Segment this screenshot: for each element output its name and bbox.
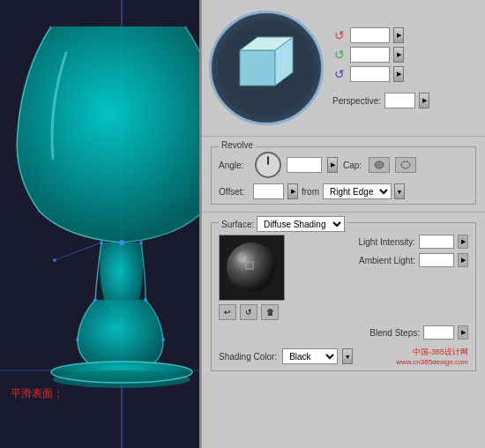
svg-marker-16 bbox=[240, 50, 275, 86]
surface-section-title: Surface: Diffuse Shading No Shading Plas… bbox=[219, 216, 347, 232]
offset-row: Offset: 0 pt ▶ from Right Edge Left Edge… bbox=[219, 183, 468, 199]
blend-steps-row: Blend Steps: 25 ▶ bbox=[219, 325, 468, 340]
viewport-panel: 平滑表面； bbox=[0, 0, 201, 448]
viewport-background: 平滑表面； bbox=[0, 0, 199, 448]
revolve-group: Revolve Angle: 360° ▶ Cap: Offset: 0 pt … bbox=[211, 146, 476, 205]
angle-arrow[interactable]: ▶ bbox=[327, 157, 338, 173]
reset-btn[interactable]: ↺ bbox=[240, 304, 257, 320]
svg-point-22 bbox=[227, 243, 276, 292]
blend-steps-label: Blend Steps: bbox=[369, 328, 420, 338]
angle-label: Angle: bbox=[219, 161, 250, 170]
offset-arrow[interactable]: ▶ bbox=[287, 183, 298, 199]
ambient-light-input[interactable]: 38% bbox=[419, 253, 454, 267]
perspective-label: Perspective: bbox=[332, 96, 381, 106]
offset-input[interactable]: 0 pt bbox=[253, 183, 284, 199]
watermark-line2: www.cn365design.com bbox=[396, 358, 468, 366]
angle-input[interactable]: 360° bbox=[287, 157, 322, 173]
svg-point-12 bbox=[161, 338, 165, 341]
blend-steps-input[interactable]: 25 bbox=[423, 325, 454, 340]
y-rotation-row: ↺ -26° ▶ bbox=[332, 47, 478, 63]
angle-row: Angle: 360° ▶ Cap: bbox=[219, 152, 468, 178]
offset-label: Offset: bbox=[219, 187, 250, 197]
revolve-title: Revolve bbox=[219, 140, 256, 150]
right-panel: ↺ -14° ▶ ↺ -26° ▶ ↺ 6° ▶ Perspective: 0°… bbox=[201, 0, 485, 448]
perspective-arrow[interactable]: ▶ bbox=[419, 93, 429, 108]
y-rotation-arrow[interactable]: ▶ bbox=[393, 47, 404, 63]
svg-point-23 bbox=[236, 252, 247, 263]
shading-color-label: Shading Color: bbox=[219, 352, 277, 362]
ambient-light-row: Ambient Light: 38% ▶ bbox=[292, 253, 468, 267]
from-label: from bbox=[302, 187, 319, 197]
light-intensity-row: Light Intensity: 100% ▶ bbox=[292, 235, 468, 249]
y-rotation-icon: ↺ bbox=[332, 48, 347, 62]
goblet-container: 平滑表面； bbox=[0, 0, 199, 448]
z-rotation-icon: ↺ bbox=[332, 67, 347, 81]
cube-section: ↺ -14° ▶ ↺ -26° ▶ ↺ 6° ▶ Perspective: 0°… bbox=[202, 0, 485, 137]
x-rotation-arrow[interactable]: ▶ bbox=[393, 27, 404, 43]
watermark: 中国-365设计网 www.cn365design.com bbox=[396, 347, 468, 366]
surface-inner: Light Intensity: 100% ▶ Ambient Light: 3… bbox=[219, 235, 468, 301]
light-intensity-label: Light Intensity: bbox=[359, 237, 415, 247]
svg-text:平滑表面；: 平滑表面； bbox=[11, 387, 63, 399]
perspective-row: Perspective: 0° ▶ bbox=[332, 93, 478, 108]
shading-color-row: Shading Color: Black White Custom ▼ 中国-3… bbox=[219, 347, 468, 366]
z-rotation-arrow[interactable]: ▶ bbox=[393, 66, 404, 82]
edge-select[interactable]: Right Edge Left Edge bbox=[323, 183, 392, 199]
ambient-light-label: Ambient Light: bbox=[359, 256, 415, 265]
cube-controls: ↺ -14° ▶ ↺ -26° ▶ ↺ 6° ▶ Perspective: 0°… bbox=[324, 27, 478, 108]
surface-select[interactable]: Diffuse Shading No Shading Plastic Shadi… bbox=[257, 216, 345, 232]
cap-btn-2[interactable] bbox=[395, 157, 416, 173]
y-rotation-input[interactable]: -26° bbox=[350, 47, 390, 63]
rotate-light-btn[interactable]: ↩ bbox=[219, 304, 236, 320]
light-intensity-arrow[interactable]: ▶ bbox=[458, 235, 468, 249]
sphere-bottom-controls: ↩ ↺ 🗑 bbox=[219, 304, 468, 320]
svg-point-4 bbox=[53, 370, 190, 388]
z-rotation-row: ↺ 6° ▶ bbox=[332, 66, 478, 82]
z-rotation-input[interactable]: 6° bbox=[350, 66, 390, 82]
light-intensity-input[interactable]: 100% bbox=[419, 235, 454, 249]
sphere-preview bbox=[219, 235, 285, 301]
svg-point-9 bbox=[93, 298, 97, 302]
cap-label: Cap: bbox=[343, 161, 362, 170]
ambient-light-arrow[interactable]: ▶ bbox=[458, 253, 468, 267]
svg-point-20 bbox=[401, 161, 410, 168]
edge-arrow[interactable]: ▼ bbox=[394, 183, 405, 199]
surface-section: Surface: Diffuse Shading No Shading Plas… bbox=[202, 213, 485, 448]
x-rotation-input[interactable]: -14° bbox=[350, 27, 390, 43]
svg-point-8 bbox=[139, 241, 143, 244]
watermark-line1: 中国-365设计网 bbox=[396, 347, 468, 358]
cap-btn-1[interactable] bbox=[369, 157, 390, 173]
svg-point-6 bbox=[119, 240, 124, 245]
angle-dial[interactable] bbox=[255, 152, 281, 178]
surface-label: Surface: bbox=[221, 220, 254, 229]
x-rotation-row: ↺ -14° ▶ bbox=[332, 27, 478, 43]
revolve-section: Revolve Angle: 360° ▶ Cap: Offset: 0 pt … bbox=[202, 137, 485, 213]
svg-point-19 bbox=[375, 161, 384, 168]
x-rotation-icon: ↺ bbox=[332, 28, 347, 42]
blend-steps-arrow[interactable]: ▶ bbox=[458, 325, 468, 340]
shading-color-select[interactable]: Black White Custom bbox=[282, 348, 338, 364]
delete-btn[interactable]: 🗑 bbox=[261, 304, 279, 320]
cube-viewport bbox=[209, 11, 324, 125]
svg-point-10 bbox=[144, 298, 147, 302]
perspective-input[interactable]: 0° bbox=[384, 93, 415, 108]
color-arrow[interactable]: ▼ bbox=[342, 348, 353, 364]
svg-point-11 bbox=[76, 338, 79, 341]
surface-group: Surface: Diffuse Shading No Shading Plas… bbox=[211, 222, 476, 371]
sphere-controls: Light Intensity: 100% ▶ Ambient Light: 3… bbox=[292, 235, 468, 301]
